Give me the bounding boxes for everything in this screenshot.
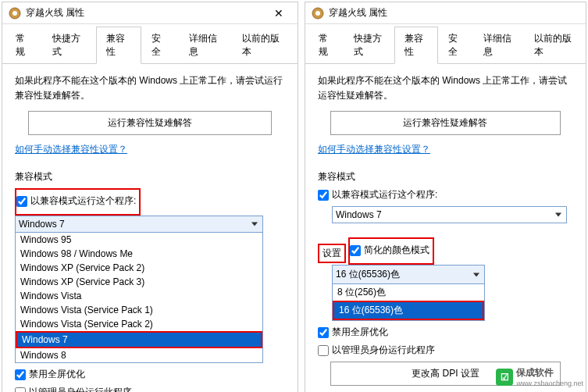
dropdown-option[interactable]: Windows XP (Service Pack 2)	[16, 261, 262, 275]
disable-fullscreen-label: 禁用全屏优化	[29, 368, 85, 381]
compat-mode-checkbox-label: 以兼容模式运行这个程序:	[332, 188, 437, 201]
reduced-color-checkbox[interactable]	[350, 245, 361, 256]
dropdown-option[interactable]: Windows Vista (Service Pack 1)	[16, 303, 262, 317]
disable-fullscreen-checkbox[interactable]	[318, 327, 329, 338]
reduced-color-label: 简化的颜色模式	[364, 244, 429, 257]
svg-point-3	[315, 11, 320, 16]
disable-fullscreen-checkbox[interactable]	[15, 369, 26, 380]
tab-details[interactable]: 详细信息	[473, 27, 524, 64]
color-mode-dropdown: 8 位(256)色 16 位(65536)色	[332, 284, 485, 321]
tab-content: 如果此程序不能在这个版本的 Windows 上正常工作，请尝试运容性疑难解答。 …	[305, 64, 586, 392]
tab-bar: 常规 快捷方式 兼容性 安全 详细信息 以前的版本	[2, 26, 298, 64]
run-as-admin-checkbox[interactable]	[15, 387, 26, 392]
app-icon	[9, 7, 21, 20]
description-text: 如果此程序不能在这个版本的 Windows 上正常工作，请尝试运行兼容性疑难解答…	[15, 73, 285, 103]
compat-mode-select[interactable]: Windows 7	[332, 206, 567, 223]
tab-content: 如果此程序不能在这个版本的 Windows 上正常工作，请尝试运行兼容性疑难解答…	[2, 64, 298, 392]
compat-mode-select[interactable]: Windows 7	[15, 216, 263, 233]
tab-bar: 常规 快捷方式 兼容性 安全 详细信息 以前的版本	[305, 26, 586, 64]
watermark: ☑ 保成软件 www zsbaocheng.net	[496, 366, 583, 387]
tab-previous[interactable]: 以前的版本	[232, 27, 294, 64]
window-title: 穿越火线 属性	[26, 6, 266, 20]
compat-mode-highlight: 以兼容模式运行这个程序:	[15, 188, 141, 216]
compat-mode-label: 兼容模式	[318, 170, 573, 184]
watermark-url: www zsbaocheng.net	[516, 380, 583, 387]
tab-compatibility[interactable]: 兼容性	[394, 27, 437, 64]
tab-general[interactable]: 常规	[308, 27, 344, 64]
disable-fullscreen-label: 禁用全屏优化	[332, 326, 388, 339]
app-icon	[312, 7, 324, 20]
settings-label: 设置	[323, 248, 341, 258]
dropdown-option[interactable]: Windows Vista	[16, 289, 262, 303]
properties-window-left: 穿越火线 属性 ✕ 常规 快捷方式 兼容性 安全 详细信息 以前的版本 如果此程…	[2, 2, 298, 392]
dropdown-option[interactable]: 8 位(256)色	[333, 284, 484, 301]
titlebar: 穿越火线 属性	[305, 2, 586, 24]
tab-security[interactable]: 安全	[438, 27, 474, 64]
tab-general[interactable]: 常规	[5, 27, 42, 64]
tab-shortcut[interactable]: 快捷方式	[344, 27, 394, 64]
dropdown-option-selected[interactable]: 16 位(65536)色	[334, 302, 483, 319]
description-text: 如果此程序不能在这个版本的 Windows 上正常工作，请尝试运容性疑难解答。	[318, 73, 573, 103]
compat-mode-checkbox-label: 以兼容模式运行这个程序:	[30, 194, 136, 208]
compat-mode-label: 兼容模式	[15, 170, 285, 184]
tab-details[interactable]: 详细信息	[179, 27, 233, 64]
manual-settings-link[interactable]: 如何手动选择兼容性设置？	[318, 143, 430, 156]
compat-mode-checkbox[interactable]	[16, 196, 27, 207]
dropdown-option[interactable]: Windows Vista (Service Pack 2)	[16, 317, 262, 331]
compat-mode-dropdown: Windows 95 Windows 98 / Windows Me Windo…	[15, 233, 263, 363]
properties-window-right: 穿越火线 属性 常规 快捷方式 兼容性 安全 详细信息 以前的版本 如果此程序不…	[305, 2, 586, 392]
run-as-admin-label: 以管理员身份运行此程序	[29, 386, 132, 392]
run-as-admin-checkbox[interactable]	[318, 345, 329, 356]
color-mode-select[interactable]: 16 位(65536)色	[332, 265, 485, 284]
tab-previous[interactable]: 以前的版本	[524, 27, 583, 64]
dropdown-option-selected[interactable]: Windows 7	[17, 333, 261, 347]
svg-point-1	[12, 11, 17, 16]
watermark-badge-icon: ☑	[496, 369, 513, 386]
troubleshoot-button[interactable]: 运行兼容性疑难解答	[28, 111, 271, 135]
manual-settings-link[interactable]: 如何手动选择兼容性设置？	[15, 143, 127, 156]
dropdown-option[interactable]: Windows XP (Service Pack 3)	[16, 275, 262, 289]
titlebar: 穿越火线 属性 ✕	[2, 2, 298, 24]
run-as-admin-label: 以管理员身份运行此程序	[332, 344, 435, 357]
troubleshoot-button[interactable]: 运行兼容性疑难解答	[330, 111, 560, 135]
dropdown-option[interactable]: Windows 95	[16, 233, 262, 247]
tab-compatibility[interactable]: 兼容性	[96, 27, 141, 64]
close-button[interactable]: ✕	[266, 7, 291, 20]
dropdown-option[interactable]: Windows 8	[16, 348, 262, 362]
window-title: 穿越火线 属性	[329, 6, 579, 20]
compat-mode-checkbox[interactable]	[318, 190, 329, 201]
dropdown-option[interactable]: Windows 98 / Windows Me	[16, 247, 262, 261]
tab-security[interactable]: 安全	[141, 27, 178, 64]
tab-shortcut[interactable]: 快捷方式	[42, 27, 96, 64]
watermark-text: 保成软件	[516, 366, 583, 380]
